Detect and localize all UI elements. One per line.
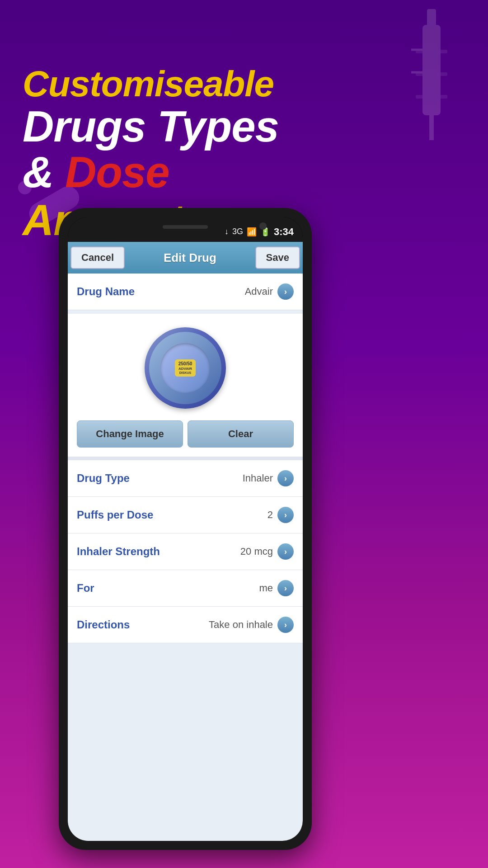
directions-value-group: Take on inhale ›	[209, 617, 294, 633]
drug-type-chevron: ›	[277, 470, 294, 486]
directions-row[interactable]: Directions Take on inhale ›	[68, 607, 303, 643]
header-ampersand: &	[23, 148, 53, 196]
directions-label: Directions	[77, 618, 130, 631]
clear-button[interactable]: Clear	[188, 420, 294, 448]
for-value-group: me ›	[259, 580, 294, 596]
title-bar: Cancel Edit Drug Save	[68, 242, 303, 274]
drug-image-area: 250/50 ADVAIR DISKUS	[77, 323, 294, 413]
phone-camera	[259, 222, 267, 230]
phone-speaker	[163, 225, 208, 229]
svg-rect-5	[416, 95, 447, 99]
inhaler-strength-value: 20 mcg	[240, 546, 273, 557]
svg-rect-0	[427, 9, 436, 27]
status-time: 3:34	[274, 226, 294, 238]
drug-type-label: Drug Type	[77, 472, 130, 485]
puffs-per-dose-row[interactable]: Puffs per Dose 2 ›	[68, 497, 303, 533]
directions-value: Take on inhale	[209, 619, 273, 631]
image-buttons: Change Image Clear	[77, 420, 294, 448]
svg-rect-2	[429, 113, 434, 140]
drug-name-value: Advair	[245, 286, 273, 297]
phone-screen: ↓ 3G 📶 🔋 3:34 Cancel Edit Drug Save Drug	[68, 217, 303, 841]
section-separator1	[68, 457, 303, 460]
screen-title: Edit Drug	[164, 251, 216, 265]
status-icons: ↓ 3G 📶 🔋 3:34	[225, 226, 294, 238]
drug-name-chevron: ›	[277, 283, 294, 300]
puffs-label: Puffs per Dose	[77, 509, 153, 521]
drug-name-value-group: Advair ›	[245, 283, 294, 300]
header-line2: Drugs Types	[23, 105, 339, 148]
svg-rect-1	[422, 25, 441, 115]
signal-icon: 📶	[247, 227, 257, 237]
drug-name-label: Drug Name	[77, 285, 135, 298]
network-icon: ↓	[225, 227, 229, 236]
header-dose: Dose	[65, 148, 169, 196]
drug-name-row[interactable]: Drug Name Advair ›	[68, 274, 303, 310]
app-screen: Cancel Edit Drug Save Drug Name Advair ›	[68, 242, 303, 841]
inhaler-strength-value-group: 20 mcg ›	[240, 543, 294, 560]
for-chevron: ›	[277, 580, 294, 596]
drug-image: 250/50 ADVAIR DISKUS	[145, 327, 226, 409]
phone-mockup: ↓ 3G 📶 🔋 3:34 Cancel Edit Drug Save Drug	[59, 208, 312, 850]
directions-chevron: ›	[277, 617, 294, 633]
inhaler-strength-chevron: ›	[277, 543, 294, 560]
save-button[interactable]: Save	[255, 246, 300, 269]
for-value: me	[259, 582, 273, 594]
phone-outer-shell: ↓ 3G 📶 🔋 3:34 Cancel Edit Drug Save Drug	[59, 208, 312, 850]
for-row[interactable]: For me ›	[68, 570, 303, 607]
inhaler-strength-row[interactable]: Inhaler Strength 20 mcg ›	[68, 533, 303, 570]
syringe-icon	[402, 9, 461, 154]
drug-type-value: Inhaler	[243, 472, 273, 484]
puffs-chevron: ›	[277, 507, 294, 523]
status-bar: ↓ 3G 📶 🔋 3:34	[68, 217, 303, 242]
puffs-value: 2	[267, 509, 273, 521]
drug-type-value-group: Inhaler ›	[243, 470, 294, 486]
puffs-value-group: 2 ›	[267, 507, 294, 523]
for-label: For	[77, 582, 94, 594]
image-section: 250/50 ADVAIR DISKUS Change Image Clear	[68, 314, 303, 457]
cancel-button[interactable]: Cancel	[70, 246, 125, 269]
drug-type-row[interactable]: Drug Type Inhaler ›	[68, 460, 303, 497]
network-type: 3G	[232, 227, 243, 236]
header-line1: Customiseable	[23, 63, 339, 105]
inhaler-strength-label: Inhaler Strength	[77, 545, 160, 558]
change-image-button[interactable]: Change Image	[77, 420, 183, 448]
